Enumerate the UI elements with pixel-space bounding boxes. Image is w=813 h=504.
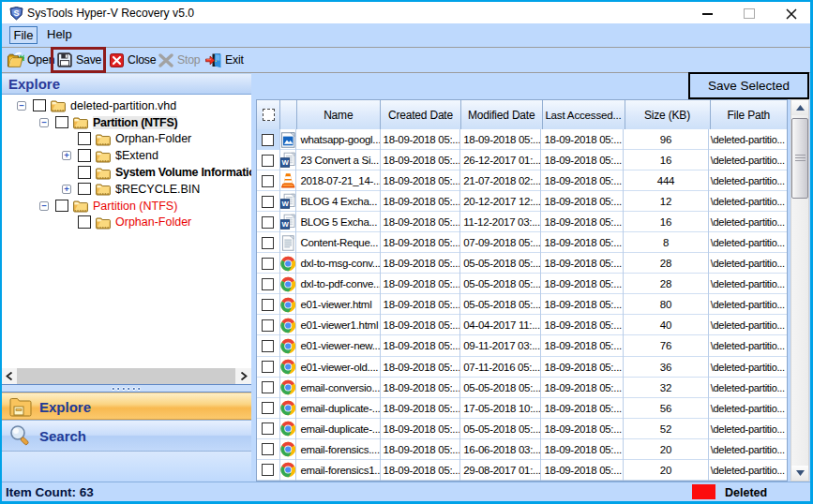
svg-text:W: W (281, 159, 289, 168)
svg-text:W: W (281, 221, 289, 230)
svg-text:W: W (281, 200, 289, 209)
svg-text:S: S (13, 8, 19, 18)
